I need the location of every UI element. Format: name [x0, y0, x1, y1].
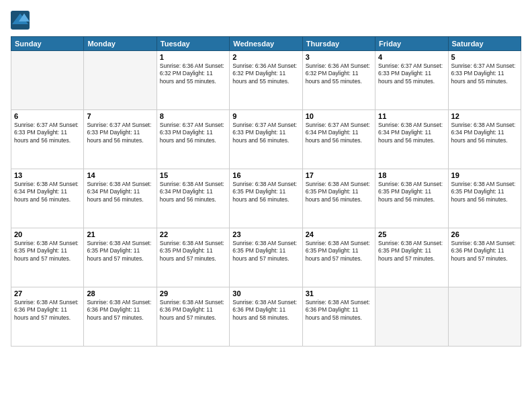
- day-number: 26: [451, 230, 518, 238]
- day-info: Sunrise: 6:37 AM Sunset: 6:33 PM Dayligh…: [160, 122, 226, 144]
- calendar-cell: 3Sunrise: 6:36 AM Sunset: 6:32 PM Daylig…: [302, 51, 375, 110]
- day-info: Sunrise: 6:37 AM Sunset: 6:33 PM Dayligh…: [14, 122, 81, 144]
- day-info: Sunrise: 6:38 AM Sunset: 6:36 PM Dayligh…: [160, 299, 226, 322]
- calendar-cell: 14Sunrise: 6:38 AM Sunset: 6:34 PM Dayli…: [84, 169, 157, 228]
- day-header-wednesday: Wednesday: [230, 37, 302, 51]
- day-info: Sunrise: 6:37 AM Sunset: 6:33 PM Dayligh…: [87, 122, 153, 144]
- day-number: 21: [87, 230, 153, 238]
- day-info: Sunrise: 6:38 AM Sunset: 6:35 PM Dayligh…: [451, 181, 518, 203]
- day-header-monday: Monday: [84, 37, 157, 51]
- calendar-cell: 2Sunrise: 6:36 AM Sunset: 6:32 PM Daylig…: [230, 51, 302, 110]
- day-info: Sunrise: 6:38 AM Sunset: 6:34 PM Dayligh…: [160, 181, 226, 203]
- day-info: Sunrise: 6:38 AM Sunset: 6:35 PM Dayligh…: [306, 181, 372, 203]
- logo-icon: [11, 11, 30, 30]
- calendar-cell: 4Sunrise: 6:37 AM Sunset: 6:33 PM Daylig…: [375, 51, 448, 110]
- calendar-cell: [84, 51, 157, 110]
- calendar-body: 1Sunrise: 6:36 AM Sunset: 6:32 PM Daylig…: [11, 51, 521, 347]
- day-number: 23: [232, 230, 299, 238]
- week-row-2: 6Sunrise: 6:37 AM Sunset: 6:33 PM Daylig…: [11, 110, 521, 169]
- day-number: 29: [160, 289, 226, 298]
- day-info: Sunrise: 6:37 AM Sunset: 6:33 PM Dayligh…: [378, 62, 445, 85]
- day-info: Sunrise: 6:36 AM Sunset: 6:32 PM Dayligh…: [306, 62, 372, 85]
- day-number: 30: [232, 289, 299, 298]
- day-number: 28: [87, 289, 153, 298]
- day-number: 27: [14, 289, 81, 298]
- calendar-cell: 29Sunrise: 6:38 AM Sunset: 6:36 PM Dayli…: [157, 287, 229, 347]
- logo: [11, 11, 32, 30]
- day-number: 10: [306, 112, 372, 120]
- day-number: 7: [87, 112, 153, 120]
- calendar-cell: 25Sunrise: 6:38 AM Sunset: 6:35 PM Dayli…: [375, 228, 448, 287]
- day-info: Sunrise: 6:38 AM Sunset: 6:36 PM Dayligh…: [451, 240, 518, 263]
- day-number: 15: [160, 171, 226, 179]
- day-info: Sunrise: 6:38 AM Sunset: 6:35 PM Dayligh…: [14, 240, 81, 263]
- calendar-cell: 19Sunrise: 6:38 AM Sunset: 6:35 PM Dayli…: [448, 169, 521, 228]
- calendar-cell: 13Sunrise: 6:38 AM Sunset: 6:34 PM Dayli…: [11, 169, 84, 228]
- week-row-5: 27Sunrise: 6:38 AM Sunset: 6:36 PM Dayli…: [11, 287, 521, 347]
- calendar-cell: 22Sunrise: 6:38 AM Sunset: 6:35 PM Dayli…: [157, 228, 229, 287]
- calendar-cell: 12Sunrise: 6:38 AM Sunset: 6:34 PM Dayli…: [448, 110, 521, 169]
- calendar-cell: 7Sunrise: 6:37 AM Sunset: 6:33 PM Daylig…: [84, 110, 157, 169]
- day-info: Sunrise: 6:38 AM Sunset: 6:35 PM Dayligh…: [87, 240, 153, 263]
- day-header-saturday: Saturday: [448, 37, 521, 51]
- day-info: Sunrise: 6:38 AM Sunset: 6:35 PM Dayligh…: [232, 181, 299, 203]
- day-number: 1: [160, 53, 226, 61]
- day-number: 4: [378, 53, 445, 61]
- day-header-thursday: Thursday: [302, 37, 375, 51]
- day-info: Sunrise: 6:38 AM Sunset: 6:35 PM Dayligh…: [160, 240, 226, 263]
- day-number: 3: [306, 53, 372, 61]
- page: SundayMondayTuesdayWednesdayThursdayFrid…: [0, 0, 532, 411]
- week-row-4: 20Sunrise: 6:38 AM Sunset: 6:35 PM Dayli…: [11, 228, 521, 287]
- day-info: Sunrise: 6:37 AM Sunset: 6:33 PM Dayligh…: [451, 62, 518, 85]
- day-number: 16: [232, 171, 299, 179]
- calendar-cell: 8Sunrise: 6:37 AM Sunset: 6:33 PM Daylig…: [157, 110, 229, 169]
- calendar-cell: 17Sunrise: 6:38 AM Sunset: 6:35 PM Dayli…: [302, 169, 375, 228]
- day-number: 14: [87, 171, 153, 179]
- day-info: Sunrise: 6:37 AM Sunset: 6:34 PM Dayligh…: [306, 122, 372, 144]
- day-number: 8: [160, 112, 226, 120]
- day-info: Sunrise: 6:36 AM Sunset: 6:32 PM Dayligh…: [160, 62, 226, 85]
- calendar-cell: 28Sunrise: 6:38 AM Sunset: 6:36 PM Dayli…: [84, 287, 157, 347]
- calendar-cell: 26Sunrise: 6:38 AM Sunset: 6:36 PM Dayli…: [448, 228, 521, 287]
- calendar-header: SundayMondayTuesdayWednesdayThursdayFrid…: [11, 37, 521, 51]
- calendar-cell: 6Sunrise: 6:37 AM Sunset: 6:33 PM Daylig…: [11, 110, 84, 169]
- day-number: 17: [306, 171, 372, 179]
- day-info: Sunrise: 6:38 AM Sunset: 6:35 PM Dayligh…: [232, 240, 299, 263]
- day-number: 2: [232, 53, 299, 61]
- day-header-tuesday: Tuesday: [157, 37, 229, 51]
- calendar-cell: 18Sunrise: 6:38 AM Sunset: 6:35 PM Dayli…: [375, 169, 448, 228]
- week-row-3: 13Sunrise: 6:38 AM Sunset: 6:34 PM Dayli…: [11, 169, 521, 228]
- calendar-cell: [375, 287, 448, 347]
- day-info: Sunrise: 6:36 AM Sunset: 6:32 PM Dayligh…: [232, 62, 299, 85]
- calendar-cell: 21Sunrise: 6:38 AM Sunset: 6:35 PM Dayli…: [84, 228, 157, 287]
- day-info: Sunrise: 6:37 AM Sunset: 6:33 PM Dayligh…: [232, 122, 299, 144]
- day-number: 13: [14, 171, 81, 179]
- day-info: Sunrise: 6:38 AM Sunset: 6:34 PM Dayligh…: [87, 181, 153, 203]
- day-info: Sunrise: 6:38 AM Sunset: 6:35 PM Dayligh…: [378, 240, 445, 263]
- day-number: 19: [451, 171, 518, 179]
- calendar-cell: 5Sunrise: 6:37 AM Sunset: 6:33 PM Daylig…: [448, 51, 521, 110]
- day-number: 5: [451, 53, 518, 61]
- calendar-cell: 1Sunrise: 6:36 AM Sunset: 6:32 PM Daylig…: [157, 51, 229, 110]
- day-number: 20: [14, 230, 81, 238]
- day-info: Sunrise: 6:38 AM Sunset: 6:34 PM Dayligh…: [14, 181, 81, 203]
- calendar-cell: 11Sunrise: 6:38 AM Sunset: 6:34 PM Dayli…: [375, 110, 448, 169]
- calendar-cell: 23Sunrise: 6:38 AM Sunset: 6:35 PM Dayli…: [230, 228, 302, 287]
- day-info: Sunrise: 6:38 AM Sunset: 6:36 PM Dayligh…: [306, 299, 372, 322]
- calendar-cell: 16Sunrise: 6:38 AM Sunset: 6:35 PM Dayli…: [230, 169, 302, 228]
- day-info: Sunrise: 6:38 AM Sunset: 6:35 PM Dayligh…: [378, 181, 445, 203]
- day-number: 18: [378, 171, 445, 179]
- calendar-cell: [11, 51, 84, 110]
- day-number: 9: [232, 112, 299, 120]
- day-number: 24: [306, 230, 372, 238]
- calendar-cell: 31Sunrise: 6:38 AM Sunset: 6:36 PM Dayli…: [302, 287, 375, 347]
- calendar-cell: 20Sunrise: 6:38 AM Sunset: 6:35 PM Dayli…: [11, 228, 84, 287]
- week-row-1: 1Sunrise: 6:36 AM Sunset: 6:32 PM Daylig…: [11, 51, 521, 110]
- calendar: SundayMondayTuesdayWednesdayThursdayFrid…: [11, 36, 521, 347]
- day-info: Sunrise: 6:38 AM Sunset: 6:34 PM Dayligh…: [451, 122, 518, 144]
- calendar-cell: 27Sunrise: 6:38 AM Sunset: 6:36 PM Dayli…: [11, 287, 84, 347]
- days-of-week-row: SundayMondayTuesdayWednesdayThursdayFrid…: [11, 37, 521, 51]
- header: [11, 11, 521, 30]
- day-number: 31: [306, 289, 372, 298]
- day-info: Sunrise: 6:38 AM Sunset: 6:34 PM Dayligh…: [378, 122, 445, 144]
